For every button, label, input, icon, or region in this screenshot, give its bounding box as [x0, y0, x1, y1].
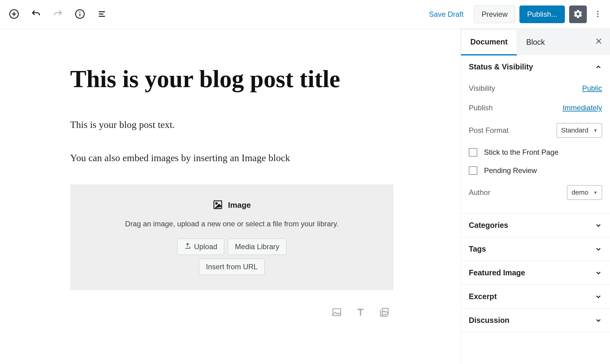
publish-label: Publish [469, 104, 493, 112]
panel-categories-header[interactable]: Categories [461, 214, 610, 237]
media-library-button[interactable]: Media Library [228, 239, 286, 255]
editor-canvas: This is your blog post title This is you… [0, 29, 461, 364]
add-block-button[interactable] [7, 8, 21, 21]
undo-icon [31, 9, 41, 20]
post-format-label: Post Format [469, 126, 509, 135]
plus-circle-icon [9, 9, 19, 20]
pending-review-label: Pending Review [484, 166, 537, 175]
panel-title: Excerpt [469, 292, 497, 301]
panel-excerpt-header[interactable]: Excerpt [461, 285, 610, 308]
svg-point-13 [216, 203, 217, 204]
visibility-label: Visibility [469, 84, 495, 93]
block-navigation-button[interactable] [95, 8, 109, 21]
stick-front-page-label: Stick to the Front Page [484, 148, 558, 157]
top-toolbar: Save Draft Preview Publish... [0, 0, 610, 29]
author-label: Author [469, 188, 490, 197]
post-format-value: Standard [561, 126, 588, 134]
panel-status-visibility-header[interactable]: Status & Visibility [461, 55, 610, 79]
more-vertical-icon [594, 10, 602, 19]
paragraph-block[interactable]: This is your blog post text. [70, 118, 393, 132]
publish-value-button[interactable]: Immediately [563, 104, 602, 112]
panel-title: Discussion [469, 316, 509, 325]
chevron-down-icon [595, 317, 602, 324]
panel-title: Status & Visibility [469, 62, 533, 71]
author-row: Author demo ▼ [469, 180, 602, 205]
paragraph-block[interactable]: You can also embed images by inserting a… [70, 151, 393, 165]
svg-point-5 [79, 11, 80, 12]
image-block-header: Image [79, 200, 384, 211]
upload-button-label: Upload [194, 242, 217, 251]
panel-featured-image: Featured Image [461, 261, 610, 285]
chevron-down-icon [595, 246, 602, 253]
post-format-select[interactable]: Standard ▼ [557, 123, 602, 138]
visibility-row: Visibility Public [469, 79, 602, 98]
panel-tags: Tags [461, 237, 610, 261]
svg-rect-14 [333, 309, 341, 316]
settings-button[interactable] [569, 5, 587, 23]
block-inserter-shortcuts [70, 306, 393, 318]
list-icon [97, 9, 106, 19]
main-area: This is your blog post title This is you… [0, 29, 610, 364]
settings-sidebar: Document Block Status & Visibility Visib… [461, 29, 610, 364]
content-info-button[interactable] [73, 8, 87, 21]
upload-icon [184, 242, 191, 251]
pending-review-checkbox[interactable] [469, 166, 477, 175]
toolbar-right-group: Save Draft Preview Publish... [423, 5, 605, 23]
chevron-up-icon [595, 63, 602, 71]
post-format-row: Post Format Standard ▼ [469, 118, 602, 143]
panel-title: Featured Image [469, 268, 525, 277]
author-value: demo [572, 189, 588, 196]
post-body: This is your blog post text. You can als… [70, 118, 393, 165]
image-icon [213, 200, 223, 211]
insert-from-url-button[interactable]: Insert from URL [199, 259, 264, 275]
post-title[interactable]: This is your blog post title [70, 65, 393, 92]
undo-button[interactable] [29, 8, 43, 21]
preview-button[interactable]: Preview [474, 5, 515, 23]
panel-title: Categories [469, 221, 508, 230]
close-sidebar-button[interactable] [587, 29, 610, 55]
stick-front-page-checkbox[interactable] [469, 148, 477, 157]
close-icon [595, 37, 603, 47]
chevron-down-icon [595, 293, 602, 300]
gallery-shortcut-button[interactable] [378, 306, 390, 318]
image-block-placeholder[interactable]: Image Drag an image, upload a new one or… [70, 184, 393, 290]
redo-icon [53, 9, 63, 20]
caret-down-icon: ▼ [593, 128, 597, 133]
panel-discussion: Discussion [461, 309, 610, 332]
panel-title: Tags [469, 245, 486, 253]
chevron-down-icon [595, 222, 602, 229]
image-block-label: Image [228, 200, 251, 210]
toolbar-left-group [5, 8, 109, 21]
more-options-button[interactable] [591, 8, 605, 21]
publish-row: Publish Immediately [469, 98, 602, 118]
svg-point-9 [597, 11, 599, 12]
panel-status-visibility: Status & Visibility Visibility Public Pu… [461, 55, 610, 214]
stick-front-page-row: Stick to the Front Page [469, 143, 602, 161]
svg-point-11 [597, 16, 599, 17]
caret-down-icon: ▼ [593, 190, 597, 195]
tab-block[interactable]: Block [517, 29, 554, 55]
image-block-buttons: Upload Media Library Insert from URL [159, 239, 305, 275]
tab-document[interactable]: Document [461, 29, 517, 55]
panel-discussion-header[interactable]: Discussion [461, 309, 610, 332]
panel-excerpt: Excerpt [461, 285, 610, 309]
author-select[interactable]: demo ▼ [567, 185, 602, 200]
redo-button[interactable] [51, 8, 65, 21]
chevron-down-icon [595, 269, 602, 277]
pending-review-row: Pending Review [469, 161, 602, 180]
image-shortcut-button[interactable] [331, 306, 343, 318]
info-circle-icon [75, 9, 85, 20]
sidebar-tabs: Document Block [461, 29, 610, 55]
panel-tags-header[interactable]: Tags [461, 237, 610, 261]
save-draft-button[interactable]: Save Draft [423, 6, 470, 22]
publish-button[interactable]: Publish... [519, 5, 565, 23]
panel-featured-image-header[interactable]: Featured Image [461, 261, 610, 284]
gear-icon [573, 9, 583, 20]
panel-categories: Categories [461, 214, 610, 237]
upload-button[interactable]: Upload [177, 239, 224, 255]
image-block-description: Drag an image, upload a new one or selec… [79, 220, 384, 228]
visibility-value-button[interactable]: Public [582, 84, 602, 93]
heading-shortcut-button[interactable] [354, 306, 367, 318]
svg-point-10 [597, 13, 599, 15]
